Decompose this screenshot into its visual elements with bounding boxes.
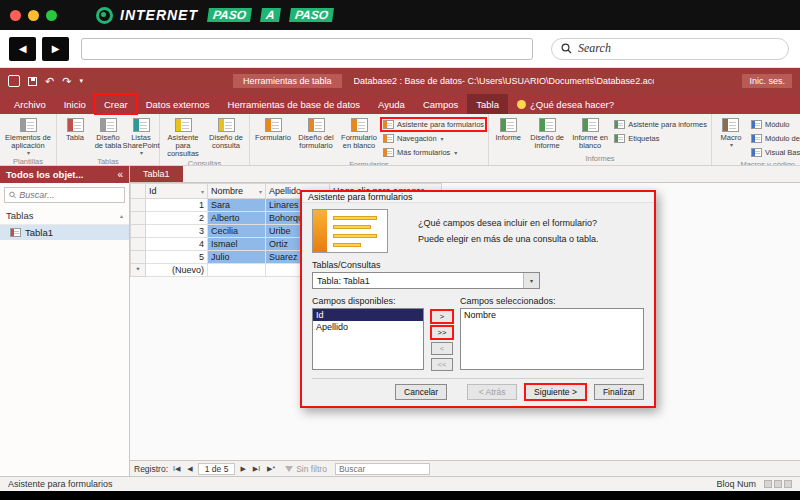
selected-fields-list[interactable]: Nombre [460,308,644,370]
macro-button[interactable]: Macro ▾ [714,116,748,159]
back-button[interactable]: < Atrás [467,384,517,400]
tab-campos[interactable]: Campos [414,94,467,114]
sign-in-button[interactable]: Inic. ses. [742,74,792,88]
formulario-blanco-button[interactable]: Formulario en blanco [338,116,380,159]
column-header-nombre[interactable]: Nombre▾ [208,184,266,199]
cell-id[interactable]: 3 [146,225,208,238]
row-selector[interactable] [131,199,146,212]
cell-id[interactable]: 4 [146,238,208,251]
informe-button[interactable]: Informe [491,116,525,153]
nav-search-box[interactable] [4,187,125,203]
chevron-down-icon[interactable]: ▾ [523,273,539,288]
tables-queries-combobox[interactable]: Tabla: Tabla1 ▾ [312,272,540,289]
informe-blanco-button[interactable]: Informe en blanco [569,116,611,153]
new-record-icon[interactable]: ▶* [265,465,277,473]
app-parts-button[interactable]: Elementos de aplicación ▾ [2,116,54,156]
list-item[interactable]: Apellido [313,321,423,333]
cancel-button[interactable]: Cancelar [395,384,447,400]
cell-nombre[interactable] [208,264,266,277]
diseno-formulario-button[interactable]: Diseño del formulario [295,116,337,159]
formulario-button[interactable]: Formulario [252,116,294,159]
cell-id[interactable]: 1 [146,199,208,212]
tab-archivo[interactable]: Archivo [5,94,55,114]
visual-basic-button[interactable]: Visual Basic [749,146,800,159]
mas-formularios-button[interactable]: Más formularios ▾ [381,146,486,159]
list-item[interactable]: Id [313,309,423,321]
nav-item-tabla1[interactable]: Tabla1 [0,225,129,240]
nav-pane-header[interactable]: Todos los objet... « [0,166,129,183]
modulo-button[interactable]: Módulo [749,118,800,131]
navegacion-button[interactable]: Navegación ▾ [381,132,486,145]
cell-new[interactable]: (Nuevo) [146,264,208,277]
first-record-icon[interactable]: I◀ [171,465,182,473]
row-selector[interactable] [131,225,146,238]
move-all-button[interactable]: >> [431,326,453,339]
shutter-close-icon[interactable]: « [117,169,123,180]
nav-section-tablas[interactable]: Tablas ▴ [0,207,129,225]
diseno-consulta-button[interactable]: Diseño de consulta [205,116,247,158]
address-bar[interactable] [81,38,533,60]
collapse-icon[interactable]: ▴ [120,212,123,219]
next-record-icon[interactable]: ▶ [238,465,247,473]
cell-nombre[interactable]: Cecilia [208,225,266,238]
next-button[interactable]: Siguiente > [525,384,586,400]
tabla-button[interactable]: Tabla [59,116,91,156]
record-position[interactable]: 1 de 5 [198,463,236,475]
forward-button[interactable]: ▶ [42,37,69,61]
maximize-window-icon[interactable] [46,10,57,21]
save-icon[interactable] [28,77,37,86]
last-record-icon[interactable]: ▶I [251,465,262,473]
asistente-consultas-button[interactable]: Asistente para consultas [162,116,204,158]
cell-nombre[interactable]: Julio [208,251,266,264]
available-fields-list[interactable]: Id Apellido [312,308,424,370]
close-window-icon[interactable] [10,10,21,21]
nav-search-input[interactable] [19,190,120,200]
diseno-informe-button[interactable]: Diseño de informe [526,116,568,153]
new-row-selector[interactable]: * [131,264,146,277]
filter-caret-icon[interactable]: ▾ [201,188,204,195]
tab-tabla[interactable]: Tabla [467,94,508,114]
browser-search[interactable] [551,38,789,60]
remove-all-button[interactable]: << [431,358,453,371]
move-one-button[interactable]: > [431,310,453,323]
asistente-informes-button[interactable]: Asistente para informes [612,118,709,131]
minimize-window-icon[interactable] [28,10,39,21]
filter-caret-icon[interactable]: ▾ [259,188,262,195]
view-shortcut-icons[interactable] [764,480,792,488]
redo-icon[interactable]: ↷ [62,76,71,87]
cell-nombre[interactable]: Alberto [208,212,266,225]
browser-search-input[interactable] [578,41,779,56]
cell-id[interactable]: 5 [146,251,208,264]
diseno-tabla-button[interactable]: Diseño de tabla [92,116,124,156]
visual-basic-icon [751,148,762,157]
list-item[interactable]: Nombre [461,309,643,321]
cell-id[interactable]: 2 [146,212,208,225]
cell-nombre[interactable]: Ismael [208,238,266,251]
select-all-cell[interactable] [131,184,146,199]
back-button[interactable]: ◀ [9,37,36,61]
modulo-clase-button[interactable]: Módulo de clase [749,132,800,145]
etiquetas-button[interactable]: Etiquetas [612,132,709,145]
filter-status[interactable]: Sin filtro [285,464,327,474]
dialog-titlebar[interactable]: Asistente para formularios [302,192,654,203]
undo-icon[interactable]: ↶ [45,76,54,87]
previous-record-icon[interactable]: ◀ [185,465,194,473]
doc-tab-tabla1[interactable]: Tabla1 [130,166,183,182]
row-selector[interactable] [131,251,146,264]
remove-one-button[interactable]: < [431,342,453,355]
tab-inicio[interactable]: Inicio [55,94,95,114]
asistente-formularios-button[interactable]: Asistente para formularios [381,118,486,131]
tab-crear[interactable]: Crear [95,94,137,114]
record-search-input[interactable] [335,463,430,475]
row-selector[interactable] [131,238,146,251]
column-header-id[interactable]: Id▾ [146,184,208,199]
cell-nombre[interactable]: Sara [208,199,266,212]
tab-datos-externos[interactable]: Datos externos [137,94,219,114]
listas-sharepoint-button[interactable]: Listas SharePoint ▾ [125,116,157,156]
tab-ayuda[interactable]: Ayuda [369,94,414,114]
qat-customize-icon[interactable]: ▾ [79,77,83,85]
tell-me-box[interactable]: ¿Qué desea hacer? [508,94,623,114]
tab-herramientas-bd[interactable]: Herramientas de base de datos [219,94,370,114]
row-selector[interactable] [131,212,146,225]
finish-button[interactable]: Finalizar [594,384,644,400]
